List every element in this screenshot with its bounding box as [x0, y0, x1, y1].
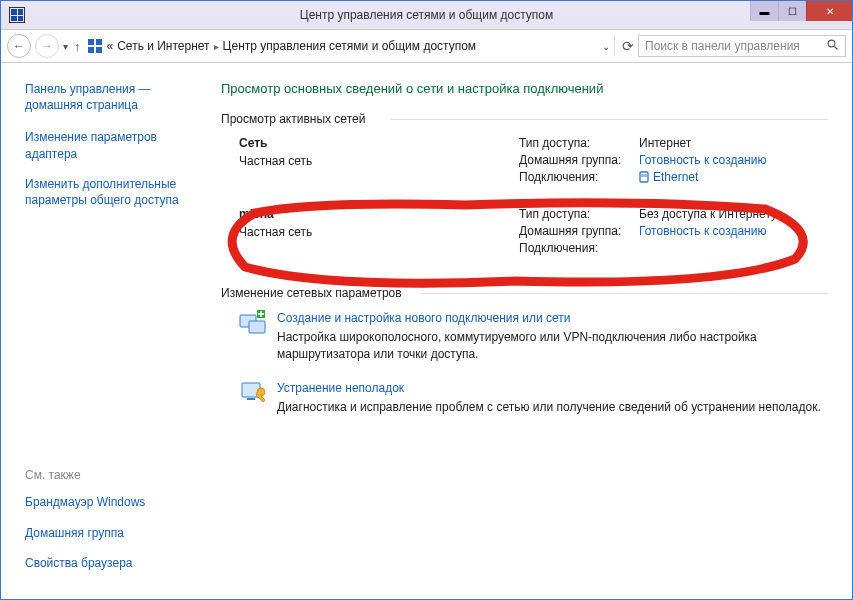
- search-icon: [827, 39, 839, 54]
- sidebar-link-firewall[interactable]: Брандмауэр Windows: [25, 494, 197, 510]
- svg-rect-1: [96, 39, 102, 45]
- network-type: Частная сеть: [239, 225, 519, 239]
- window-controls: ▬ ☐ ✕: [750, 1, 852, 21]
- sidebar-link-browser-properties[interactable]: Свойства браузера: [25, 555, 197, 571]
- value-access-type: Без доступа к Интернету: [639, 207, 777, 221]
- network-name: Сеть: [239, 136, 519, 150]
- group-active-networks: Просмотр активных сетей: [221, 112, 828, 126]
- value-access-type: Интернет: [639, 136, 691, 150]
- link-new-connection[interactable]: Создание и настройка нового подключения …: [277, 310, 828, 327]
- label-access-type: Тип доступа:: [519, 136, 639, 150]
- breadcrumb[interactable]: « Сеть и Интернет ▸ Центр управления сет…: [87, 38, 611, 54]
- network-category-icon: [87, 38, 103, 54]
- network-type: Частная сеть: [239, 154, 519, 168]
- troubleshoot-icon: [239, 380, 267, 404]
- breadcrumb-item[interactable]: Центр управления сетями и общим доступом: [223, 39, 477, 53]
- see-also-label: См. также: [25, 468, 197, 482]
- setting-row: Создание и настройка нового подключения …: [221, 310, 828, 362]
- sidebar-home-link[interactable]: Панель управления — домашняя страница: [25, 81, 197, 113]
- link-homegroup[interactable]: Готовность к созданию: [639, 224, 766, 238]
- chevron-right-icon: ▸: [214, 41, 219, 52]
- svg-rect-3: [96, 47, 102, 53]
- search-placeholder: Поиск в панели управления: [645, 39, 800, 53]
- svg-rect-16: [247, 398, 255, 400]
- network-block: Сеть Частная сеть Тип доступа:Интернет Д…: [221, 136, 828, 187]
- breadcrumb-item[interactable]: Сеть и Интернет: [117, 39, 209, 53]
- refresh-button[interactable]: ⟳: [614, 36, 634, 56]
- window-title: Центр управления сетями и общим доступом: [1, 8, 852, 22]
- link-connection[interactable]: Ethernet: [639, 170, 698, 184]
- svg-point-4: [828, 40, 835, 47]
- main-panel: Просмотр основных сведений о сети и наст…: [211, 63, 852, 599]
- sidebar-link-homegroup[interactable]: Домашняя группа: [25, 525, 197, 541]
- group-network-settings: Изменение сетевых параметров: [221, 286, 828, 300]
- recent-dropdown[interactable]: ▾: [63, 41, 68, 52]
- breadcrumb-prefix: «: [107, 39, 114, 53]
- ethernet-icon: [639, 171, 649, 183]
- svg-rect-11: [249, 321, 265, 333]
- network-name: misha: [239, 207, 519, 221]
- toolbar: ← → ▾ ↑ « Сеть и Интернет ▸ Центр управл…: [1, 29, 852, 63]
- label-connections: Подключения:: [519, 241, 639, 255]
- minimize-button[interactable]: ▬: [750, 1, 778, 21]
- page-title: Просмотр основных сведений о сети и наст…: [221, 81, 828, 96]
- sidebar-link-adapter-settings[interactable]: Изменение параметров адаптера: [25, 129, 197, 161]
- label-access-type: Тип доступа:: [519, 207, 639, 221]
- svg-rect-0: [88, 39, 94, 45]
- titlebar: Центр управления сетями и общим доступом…: [1, 1, 852, 29]
- label-homegroup: Домашняя группа:: [519, 224, 639, 238]
- label-homegroup: Домашняя группа:: [519, 153, 639, 167]
- svg-line-5: [835, 46, 838, 49]
- link-homegroup[interactable]: Готовность к созданию: [639, 153, 766, 167]
- link-troubleshoot[interactable]: Устранение неполадок: [277, 380, 821, 397]
- back-button[interactable]: ←: [7, 34, 31, 58]
- svg-rect-2: [88, 47, 94, 53]
- close-button[interactable]: ✕: [806, 1, 852, 21]
- chevron-down-icon[interactable]: ⌄: [602, 41, 610, 52]
- maximize-button[interactable]: ☐: [778, 1, 806, 21]
- setting-desc: Диагностика и исправление проблем с сеть…: [277, 400, 821, 414]
- forward-button[interactable]: →: [35, 34, 59, 58]
- setting-desc: Настройка широкополосного, коммутируемог…: [277, 330, 757, 361]
- new-connection-icon: [239, 310, 267, 334]
- label-connections: Подключения:: [519, 170, 639, 184]
- sidebar: Панель управления — домашняя страница Из…: [1, 63, 211, 599]
- setting-row: Устранение неполадок Диагностика и испра…: [221, 380, 828, 416]
- search-input[interactable]: Поиск в панели управления: [638, 35, 846, 57]
- sidebar-link-sharing-settings[interactable]: Изменить дополнительные параметры общего…: [25, 176, 197, 208]
- network-block: misha Частная сеть Тип доступа:Без досту…: [221, 207, 828, 258]
- up-button[interactable]: ↑: [74, 39, 81, 54]
